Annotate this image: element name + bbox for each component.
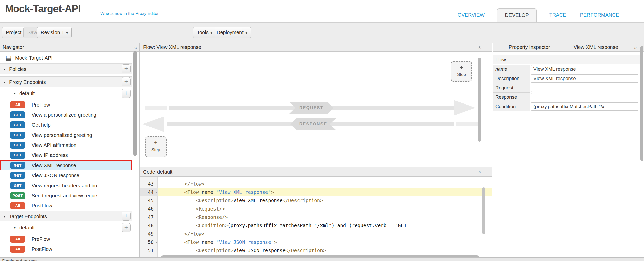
code-line[interactable]: 44▾ <Flow name="View XML response"> [140,188,492,196]
main-tabs: OVERVIEWDEVELOPTRACEPERFORMANCE [457,8,620,22]
nav-flow-item[interactable]: GETView personalized greeting [0,130,132,140]
code-line[interactable]: 47 <Response/> [140,213,492,221]
nav-root-row[interactable]: ▤Mock-Target-API [0,52,132,64]
flow-diagram-canvas: + Step REQUEST RESPONSE + Step [140,52,492,167]
nav-flow-item[interactable]: GETView API affirmation [0,140,132,150]
chevron-down-icon: ▾ [211,31,212,35]
nav-group-row[interactable]: ▾Target Endpoints+ [0,211,132,221]
plus-icon: + [146,139,166,146]
nav-flow-item[interactable]: AllPreFlow [0,234,132,244]
nav-group-row[interactable]: ▾Proxy Endpoints+ [0,76,132,87]
collapse-flow-panel-icon[interactable]: « [479,43,482,52]
proxy-editor-screen: Mock-Target-API What's new in the Proxy … [0,0,644,261]
method-badge: GET [10,182,25,189]
code-vertical-scrollbar-thumb[interactable] [482,187,485,234]
whats-new-link[interactable]: What's new in the Proxy Editor [100,11,159,16]
nav-section-label: Policies [9,64,26,74]
collapse-panel-icon[interactable]: « [134,43,137,52]
tab-overview[interactable]: OVERVIEW [457,12,486,22]
code-horizontal-scrollbar-thumb[interactable] [161,255,479,257]
nav-gap-row [0,74,132,76]
page-title: Mock-Target-API [5,3,81,14]
code-line[interactable]: 50▾ <Flow name="View JSON response"> [140,238,492,246]
property-inspector-subtitle: View XML response [574,43,618,52]
fold-arrow-icon[interactable]: ▾ [155,188,157,196]
collapse-triangle-icon[interactable]: ▾ [4,211,5,221]
collapse-triangle-icon[interactable]: ▾ [14,87,16,100]
navigator-scrollbar-thumb[interactable] [133,51,137,156]
code-panel-title: Code [143,167,155,177]
collapse-code-panel-icon[interactable]: » [479,167,482,177]
nav-flow-item[interactable]: POSTSend request and view reque… [0,191,132,201]
line-number: 43 [140,180,158,188]
expand-panel-icon[interactable]: » [634,43,637,52]
add-button[interactable]: + [122,212,131,221]
line-number: 51 [140,246,158,255]
revision-dropdown-button[interactable]: Revision 1▾ [37,27,72,38]
add-button[interactable]: + [122,64,131,73]
code-line[interactable]: 49 </Flow> [140,230,492,238]
deployment-dropdown-button[interactable]: Deployment▾ [213,27,251,38]
code-editor[interactable]: 43 </Flow>44▾ <Flow name="View XML respo… [140,177,492,257]
inspector-scrollbar-thumb[interactable] [640,46,643,161]
nav-item-label: PreFlow [32,234,50,244]
request-bar-stub [145,106,167,110]
method-badge: GET [10,132,25,139]
nav-flow-item[interactable]: GETView XML response [0,160,132,170]
property-row: Response [493,93,641,102]
nav-flow-item[interactable]: GETView a personalized greeting [0,110,132,120]
code-line[interactable]: 46 <Request/> [140,205,492,213]
property-value-input[interactable] [531,102,638,111]
page-header: Mock-Target-API What's new in the Proxy … [0,0,644,22]
code-line[interactable]: 51 <Description>View JSON response</Desc… [140,246,492,255]
code-line[interactable]: 43 </Flow> [140,180,492,188]
nav-group-row[interactable]: ▾Policies+ [0,64,132,74]
nav-sub-row[interactable]: ▾default+ [0,221,132,234]
response-label: RESPONSE [290,118,336,130]
nav-flow-item[interactable]: AllPostFlow [0,244,132,254]
nav-flow-item[interactable]: AllPostFlow [0,201,132,211]
nav-item-label: PreFlow [32,100,50,110]
code-lines: 43 </Flow>44▾ <Flow name="View XML respo… [140,180,492,257]
fold-arrow-icon[interactable]: ▾ [155,238,157,246]
collapse-triangle-icon[interactable]: ▾ [4,64,5,74]
add-button[interactable]: + [122,77,131,86]
nav-item-label: View JSON response [32,170,79,180]
method-badge: GET [10,172,25,179]
code-line[interactable]: 48 <Condition>(proxy.pathsuffix MatchesP… [140,221,492,230]
tab-trace[interactable]: TRACE [548,12,568,22]
nav-flow-item[interactable]: GETView IP address [0,150,132,160]
property-inspector-title: Property Inspector [509,43,550,52]
nav-item-label: View request headers and bo… [32,180,102,191]
add-step-button-response[interactable]: + Step [145,136,167,157]
property-label: Condition [493,102,530,111]
nav-flow-item[interactable]: GETGet help [0,120,132,130]
nav-flow-item[interactable]: GETView request headers and bo… [0,180,132,191]
property-row: Request [493,83,641,93]
tab-develop[interactable]: DEVELOP [497,8,536,23]
code-panel-header: Code default » [140,167,492,177]
divider [473,44,473,50]
code-line[interactable]: 45 <Description>View XML response</Descr… [140,196,492,205]
property-value-input[interactable] [531,65,638,73]
nav-item-label: View a personalized greeting [32,110,96,120]
nav-flow-item[interactable]: AllPreFlow [0,100,132,110]
property-row: name [493,65,641,74]
tab-performance[interactable]: PERFORMANCE [579,12,620,22]
add-button[interactable]: + [122,223,131,232]
add-button[interactable]: + [122,89,131,98]
nav-flow-item[interactable]: GETView JSON response [0,170,132,180]
add-step-button-request[interactable]: + Step [451,61,472,82]
property-value-input[interactable] [531,84,638,92]
property-value-input[interactable] [531,74,638,83]
collapse-triangle-icon[interactable]: ▾ [4,77,5,87]
line-number: 46 [140,205,158,213]
nav-item-label: View XML response [32,160,76,170]
nav-item-label: PostFlow [32,201,52,211]
nav-sub-row[interactable]: ▾default+ [0,87,132,100]
flow-scrollbar-thumb[interactable] [478,58,481,142]
collapse-triangle-icon[interactable]: ▾ [14,221,16,234]
nav-section-label: default [19,87,35,100]
nav-section-label: default [19,221,35,234]
property-value-input[interactable] [531,93,638,101]
